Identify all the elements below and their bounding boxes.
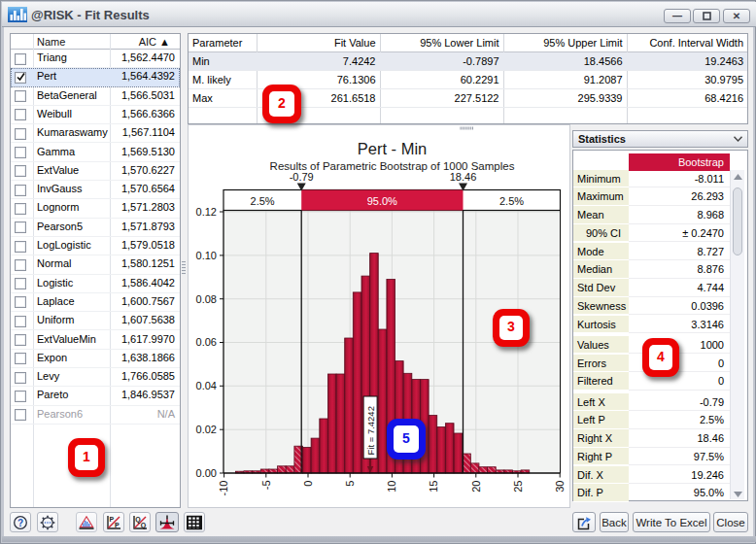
svg-text:0.00: 0.00 (196, 467, 217, 479)
svg-text:25: 25 (512, 481, 524, 493)
svg-text:-10: -10 (218, 481, 229, 496)
svg-text:30: 30 (554, 481, 566, 493)
svg-text:2.5%: 2.5% (499, 195, 524, 207)
svg-text:Pert - Min: Pert - Min (358, 140, 428, 157)
svg-text:?: ? (17, 517, 23, 527)
svg-text:Results of Parametric Bootstra: Results of Parametric Bootstrap of 1000 … (270, 160, 515, 172)
svg-text:2.5%: 2.5% (251, 195, 275, 207)
svg-text:0.12: 0.12 (196, 206, 217, 218)
svg-text:0.08: 0.08 (196, 293, 217, 305)
svg-text:5: 5 (344, 481, 356, 487)
svg-text:P: P (109, 515, 114, 522)
svg-text:95.0%: 95.0% (367, 195, 397, 207)
svg-text:18.46: 18.46 (450, 171, 477, 183)
svg-text:0.06: 0.06 (196, 336, 217, 348)
svg-text:-0.79: -0.79 (290, 171, 314, 183)
svg-text:P: P (115, 522, 120, 528)
svg-text:10: 10 (386, 481, 397, 493)
svg-text:0.10: 0.10 (196, 250, 217, 261)
svg-text:0.04: 0.04 (196, 380, 217, 391)
svg-text:20: 20 (470, 481, 482, 493)
svg-text:15: 15 (428, 481, 439, 493)
svg-text:-5: -5 (260, 481, 272, 491)
svg-text:Fit = 7.4242: Fit = 7.4242 (365, 406, 376, 455)
svg-text:0.02: 0.02 (196, 424, 217, 435)
svg-text:0: 0 (302, 481, 314, 487)
svg-text:Q: Q (141, 522, 147, 529)
